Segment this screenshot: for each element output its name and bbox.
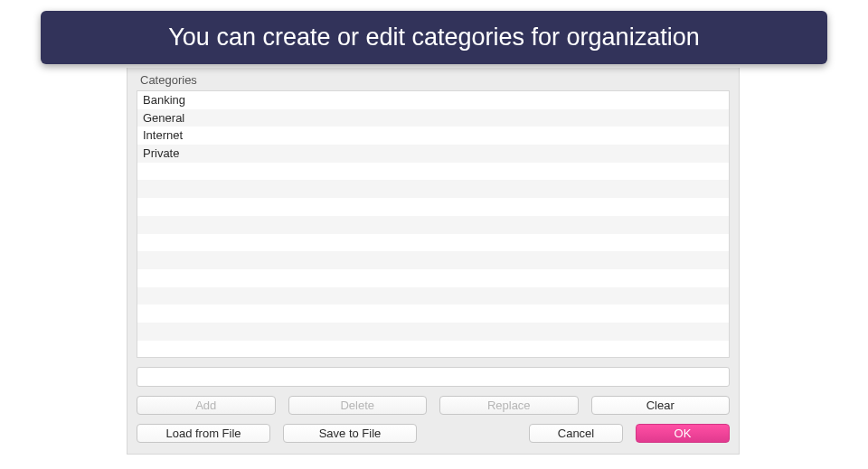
spacer bbox=[429, 424, 516, 443]
list-item[interactable] bbox=[137, 323, 729, 341]
list-item[interactable] bbox=[137, 341, 729, 358]
categories-listbox[interactable]: Banking General Internet Private bbox=[137, 90, 730, 358]
list-item[interactable] bbox=[137, 287, 729, 305]
list-item[interactable]: Private bbox=[137, 145, 729, 163]
clear-button[interactable]: Clear bbox=[591, 396, 731, 415]
list-item[interactable]: Banking bbox=[137, 91, 729, 109]
list-item[interactable]: Internet bbox=[137, 127, 729, 145]
add-button[interactable]: Add bbox=[137, 396, 276, 415]
list-item[interactable] bbox=[137, 216, 729, 234]
categories-section-label: Categories bbox=[127, 68, 739, 90]
save-to-file-button[interactable]: Save to File bbox=[283, 424, 417, 443]
list-item[interactable] bbox=[137, 251, 729, 269]
list-item[interactable] bbox=[137, 269, 729, 287]
list-item[interactable]: General bbox=[137, 109, 729, 127]
cancel-button[interactable]: Cancel bbox=[529, 424, 623, 443]
list-item[interactable] bbox=[137, 198, 729, 216]
category-actions-row: Add Delete Replace Clear bbox=[127, 387, 739, 415]
dialog-actions-row: Load from File Save to File Cancel OK bbox=[127, 415, 739, 454]
delete-button[interactable]: Delete bbox=[288, 396, 428, 415]
category-name-input[interactable] bbox=[137, 367, 730, 387]
ok-button[interactable]: OK bbox=[636, 424, 730, 443]
list-item[interactable] bbox=[137, 163, 729, 181]
replace-button[interactable]: Replace bbox=[439, 396, 579, 415]
list-item[interactable] bbox=[137, 305, 729, 323]
annotation-banner: You can create or edit categories for or… bbox=[41, 11, 827, 64]
load-from-file-button[interactable]: Load from File bbox=[137, 424, 270, 443]
list-item[interactable] bbox=[137, 180, 729, 198]
list-item[interactable] bbox=[137, 234, 729, 252]
categories-dialog: Categories Banking General Internet Priv… bbox=[127, 68, 740, 455]
